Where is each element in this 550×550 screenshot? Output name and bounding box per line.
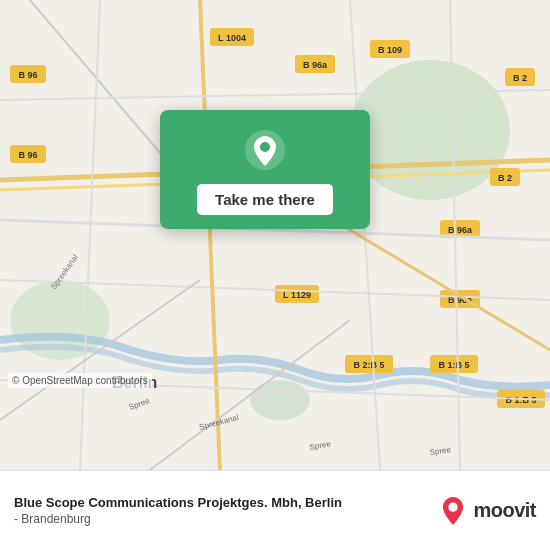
svg-point-3 (250, 380, 310, 420)
svg-point-51 (260, 142, 270, 152)
svg-text:B 2:B 5: B 2:B 5 (353, 360, 384, 370)
moovit-logo: moovit (439, 497, 536, 525)
svg-text:L 1004: L 1004 (218, 33, 246, 43)
svg-text:B 96: B 96 (18, 70, 37, 80)
svg-text:B 96a: B 96a (303, 60, 328, 70)
take-me-there-button[interactable]: Take me there (197, 184, 333, 215)
moovit-pin-icon (439, 497, 467, 525)
map-roads: B 96 L 1004 B 96a B 109 B 2 B 96 B 2 B 9… (0, 0, 550, 470)
company-info: Blue Scope Communications Projektges. Mb… (14, 495, 439, 526)
company-location: - Brandenburg (14, 512, 439, 526)
svg-text:B 2: B 2 (498, 173, 512, 183)
svg-text:B 96: B 96 (18, 150, 37, 160)
svg-text:B 109: B 109 (378, 45, 402, 55)
map-container: B 96 L 1004 B 96a B 109 B 2 B 96 B 2 B 9… (0, 0, 550, 470)
svg-text:B 96a: B 96a (448, 225, 473, 235)
company-name: Blue Scope Communications Projektges. Mb… (14, 495, 439, 510)
svg-point-1 (350, 60, 510, 200)
map-attribution: © OpenStreetMap contributors (8, 373, 152, 388)
location-card[interactable]: Take me there (160, 110, 370, 229)
bottom-bar: Blue Scope Communications Projektges. Mb… (0, 470, 550, 550)
map-pin-icon (243, 128, 287, 172)
svg-text:B 1:B 5: B 1:B 5 (438, 360, 469, 370)
moovit-brand-text: moovit (473, 499, 536, 522)
svg-point-52 (449, 502, 458, 511)
svg-text:B 2: B 2 (513, 73, 527, 83)
